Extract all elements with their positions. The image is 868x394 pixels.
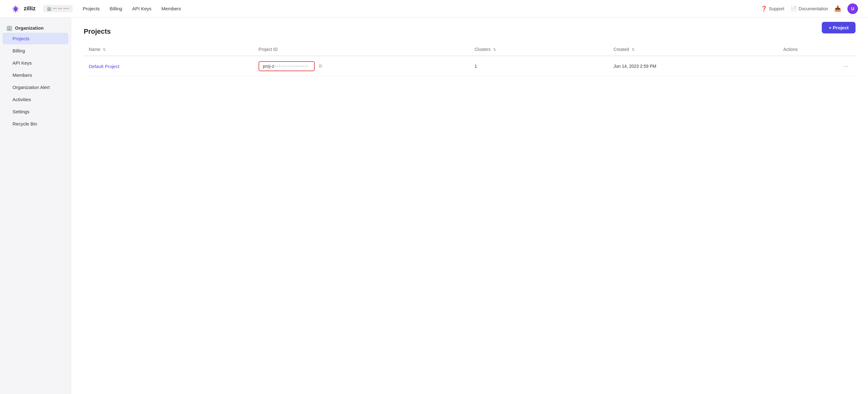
- sidebar-item-api-keys[interactable]: API Keys: [2, 57, 68, 69]
- col-header-created: Created ⇅: [609, 43, 778, 56]
- sidebar-item-projects[interactable]: Projects: [2, 33, 68, 44]
- zilliz-logo-icon: [10, 3, 21, 14]
- sort-icon-clusters: ⇅: [493, 48, 496, 52]
- avatar[interactable]: U: [847, 3, 858, 14]
- created-cell: Jun 14, 2023 2:59 PM: [609, 56, 778, 77]
- main-content: Projects + Project Name ⇅ Project ID Clu…: [71, 18, 868, 394]
- table-header: Name ⇅ Project ID Clusters ⇅ Created ⇅: [84, 43, 856, 56]
- project-id-cell: proj-z•••••••••••••••• ⎘: [253, 56, 470, 77]
- more-actions-button[interactable]: ···: [841, 62, 850, 71]
- table-body: Default Project proj-z•••••••••••••••• ⎘…: [84, 56, 856, 77]
- support-icon: ❓: [761, 6, 767, 11]
- sidebar-section-label: Organization: [15, 25, 44, 31]
- project-id-container: proj-z•••••••••••••••• ⎘: [258, 61, 465, 71]
- nav-projects[interactable]: Projects: [83, 6, 100, 11]
- documentation-link[interactable]: 📄 Documentation: [790, 6, 828, 11]
- org-label: 🏢 ••• ••• ••••: [43, 5, 73, 12]
- project-name-link[interactable]: Default Project: [89, 64, 119, 69]
- col-header-clusters: Clusters ⇅: [470, 43, 609, 56]
- sidebar-item-recycle-bin[interactable]: Recycle Bin: [2, 118, 68, 129]
- logo: zilliz: [10, 3, 36, 14]
- col-header-actions: Actions: [778, 43, 856, 56]
- nav-links: Projects Billing API Keys Members: [83, 6, 761, 11]
- actions-cell: ···: [778, 56, 856, 77]
- nav-members[interactable]: Members: [161, 6, 181, 11]
- nav-billing[interactable]: Billing: [110, 6, 122, 11]
- sidebar-item-settings[interactable]: Settings: [2, 106, 68, 117]
- nav-right: ❓ Support 📄 Documentation 📥 U: [761, 3, 858, 14]
- nav-api-keys[interactable]: API Keys: [132, 6, 151, 11]
- app-body: 🏢 Organization Projects Billing API Keys…: [0, 18, 868, 394]
- page-title: Projects: [84, 28, 856, 36]
- table-row: Default Project proj-z•••••••••••••••• ⎘…: [84, 56, 856, 77]
- copy-icon[interactable]: ⎘: [318, 62, 323, 70]
- project-id-box: proj-z••••••••••••••••: [258, 61, 315, 71]
- col-header-project-id: Project ID: [253, 43, 470, 56]
- sidebar-item-members[interactable]: Members: [2, 69, 68, 81]
- support-label: Support: [769, 6, 784, 11]
- support-link[interactable]: ❓ Support: [761, 6, 784, 11]
- sidebar: 🏢 Organization Projects Billing API Keys…: [0, 18, 71, 394]
- documentation-label: Documentation: [799, 6, 828, 11]
- sort-icon-created: ⇅: [632, 48, 635, 52]
- sidebar-item-activities[interactable]: Activities: [2, 94, 68, 105]
- sidebar-item-org-alert[interactable]: Organization Alert: [2, 82, 68, 93]
- documentation-icon: 📄: [790, 6, 797, 11]
- sidebar-section-org: 🏢 Organization: [0, 23, 71, 32]
- add-project-button[interactable]: + Project: [822, 22, 856, 33]
- notifications-icon[interactable]: 📥: [834, 5, 841, 12]
- org-icon: 🏢: [6, 25, 12, 31]
- sort-icon-name: ⇅: [103, 48, 106, 52]
- sidebar-item-billing[interactable]: Billing: [2, 45, 68, 57]
- top-nav: zilliz 🏢 ••• ••• •••• Projects Billing A…: [0, 0, 868, 18]
- logo-text: zilliz: [24, 5, 36, 12]
- project-name-cell: Default Project: [84, 56, 253, 77]
- project-id-value: proj-z: [263, 64, 274, 69]
- projects-table: Name ⇅ Project ID Clusters ⇅ Created ⇅: [84, 43, 856, 77]
- project-id-masked: ••••••••••••••••: [274, 64, 309, 69]
- clusters-cell: 1: [470, 56, 609, 77]
- col-header-name: Name ⇅: [84, 43, 253, 56]
